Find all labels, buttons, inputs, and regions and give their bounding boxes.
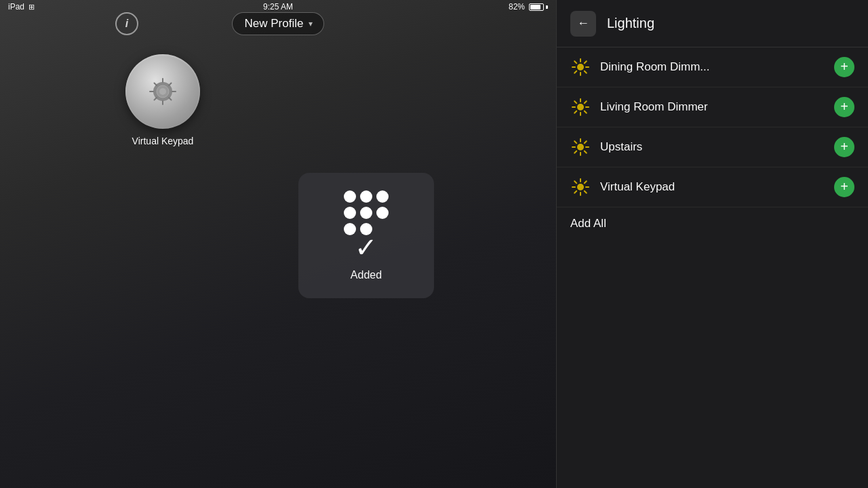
svg-point-11 [577, 64, 584, 70]
list-item: Living Room Dimmer + [557, 87, 868, 127]
svg-line-35 [585, 151, 587, 153]
virtual-keypad-container: Virtual Keypad [125, 54, 200, 146]
add-upstairs-button[interactable]: + [834, 137, 854, 157]
add-all-label: Add All [570, 217, 606, 230]
device-name: iPad [8, 2, 24, 12]
panel-title: Lighting [607, 16, 654, 31]
virtual-keypad-icon[interactable] [125, 54, 200, 129]
back-arrow-icon: ← [577, 16, 589, 30]
svg-line-36 [585, 141, 587, 143]
main-area: iPad ⊞ 9:25 AM 82% i New Profile ▾ [0, 0, 556, 488]
svg-line-9 [155, 98, 157, 100]
panel-header: ← Lighting [557, 0, 868, 47]
svg-line-46 [574, 191, 576, 193]
svg-line-16 [574, 61, 576, 63]
svg-point-10 [159, 88, 166, 95]
sun-icon [570, 137, 591, 157]
dots-check-icon: ✓ [344, 190, 389, 261]
list-item: Dining Room Dimm... + [557, 47, 868, 87]
svg-line-7 [169, 98, 172, 100]
svg-point-29 [577, 144, 584, 150]
dot [344, 190, 356, 203]
svg-line-19 [574, 71, 576, 73]
profile-button[interactable]: New Profile ▾ [232, 12, 325, 35]
add-all-item[interactable]: Add All [557, 207, 868, 240]
add-living-room-button[interactable]: + [834, 97, 854, 117]
sun-icon [570, 57, 591, 77]
plus-icon: + [840, 180, 848, 193]
lighting-item-name: Living Room Dimmer [600, 100, 825, 114]
list-item: Upstairs + [557, 127, 868, 167]
plus-icon: + [840, 100, 848, 113]
lighting-item-name: Upstairs [600, 140, 825, 154]
svg-line-34 [574, 141, 576, 143]
add-dining-room-button[interactable]: + [834, 57, 854, 77]
info-button[interactable]: i [115, 12, 138, 35]
svg-line-43 [574, 181, 576, 183]
lighting-item-name: Dining Room Dimm... [600, 60, 825, 74]
svg-line-26 [585, 111, 587, 113]
right-panel: ← Lighting Dining Room Dimm... [556, 0, 868, 488]
dot-grid [344, 190, 389, 235]
sun-icon [570, 97, 591, 117]
status-bar: iPad ⊞ 9:25 AM 82% [0, 0, 556, 14]
status-time: 9:25 AM [263, 2, 293, 12]
battery-percent: 82% [509, 2, 525, 12]
back-button[interactable]: ← [570, 11, 596, 37]
add-virtual-keypad-button[interactable]: + [834, 177, 854, 197]
check-mark-icon: ✓ [355, 234, 378, 261]
svg-line-37 [574, 151, 576, 153]
dot-empty [376, 223, 389, 235]
chevron-down-icon: ▾ [309, 19, 313, 28]
svg-line-44 [585, 191, 587, 193]
svg-point-20 [577, 104, 584, 110]
svg-point-38 [577, 184, 584, 190]
plus-icon: + [840, 140, 848, 153]
list-item: Virtual Keypad + [557, 167, 868, 207]
dot [360, 207, 372, 219]
dot [360, 190, 372, 203]
added-label: Added [351, 269, 382, 281]
svg-line-8 [169, 83, 172, 86]
plus-icon: + [840, 60, 848, 73]
virtual-keypad-label: Virtual Keypad [132, 136, 194, 146]
status-left: iPad ⊞ [8, 2, 35, 12]
device-icon: ⊞ [28, 3, 35, 12]
battery-icon [529, 3, 548, 11]
lighting-item-name: Virtual Keypad [600, 180, 825, 194]
profile-label: New Profile [245, 17, 304, 30]
keypad-svg [144, 73, 181, 110]
status-right: 82% [509, 2, 548, 12]
svg-line-6 [155, 83, 157, 86]
svg-line-17 [585, 71, 587, 73]
sun-icon [570, 177, 591, 197]
dot [376, 190, 389, 203]
svg-line-45 [585, 181, 587, 183]
dot [376, 207, 389, 219]
dot [344, 207, 356, 219]
svg-line-18 [585, 61, 587, 63]
svg-line-25 [574, 101, 576, 103]
svg-line-27 [585, 101, 587, 103]
lighting-list: Dining Room Dimm... + Liv [557, 47, 868, 240]
added-overlay: ✓ Added [298, 173, 434, 298]
svg-line-28 [574, 111, 576, 113]
